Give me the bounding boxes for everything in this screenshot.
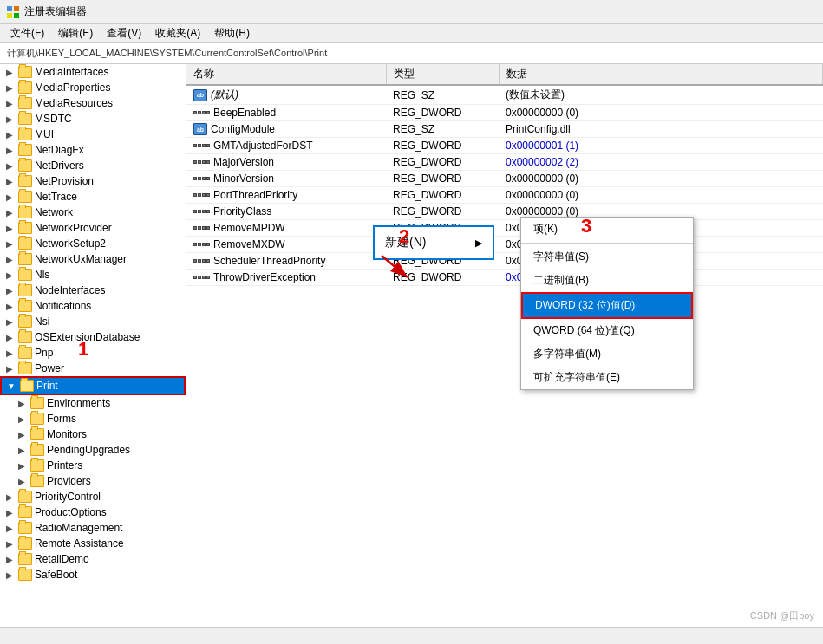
submenu-item-dword[interactable]: DWORD (32 位)值(D) xyxy=(521,292,693,319)
tree-item-providers[interactable]: ▶ Providers xyxy=(0,473,186,489)
menu-edit[interactable]: 编辑(E) xyxy=(51,24,100,42)
tree-item-nodeinterfaces[interactable]: ▶ NodeInterfaces xyxy=(0,283,186,298)
reg-name-label: ConfigModule xyxy=(211,123,275,135)
expand-arrow: ▶ xyxy=(3,253,16,265)
tree-item-environments[interactable]: ▶ Environments xyxy=(0,395,186,411)
tree-item-nls[interactable]: ▶ Nls xyxy=(0,267,186,283)
tree-item-prioritycontrol[interactable]: ▶ PriorityControl xyxy=(0,489,186,504)
expand-arrow: ▶ xyxy=(3,522,16,534)
tree-item-mui[interactable]: ▶ MUI xyxy=(0,127,186,142)
tree-label: Pnp xyxy=(35,347,186,359)
col-type[interactable]: 类型 xyxy=(386,64,499,85)
tree-item-network[interactable]: ▶ Network xyxy=(0,205,186,220)
tree-item-radiomanagement[interactable]: ▶ RadioManagement xyxy=(0,520,186,536)
submenu-item-key[interactable]: 项(K) xyxy=(521,218,693,241)
folder-icon xyxy=(18,347,32,359)
tree-label: Environments xyxy=(47,397,186,409)
tree-item-print[interactable]: ▼ Print xyxy=(0,376,186,395)
expand-arrow: ▶ xyxy=(16,428,28,440)
reg-name-label: GMTAdjustedForDST xyxy=(213,140,312,152)
tree-item-netdiagfx[interactable]: ▶ NetDiagFx xyxy=(0,142,186,158)
table-row[interactable]: RemoveMPDWREG_DWORD0x00000000 (0) xyxy=(186,220,823,237)
submenu-label: 多字符串值(M) xyxy=(533,348,601,360)
submenu-item-binary[interactable]: 二进制值(B) xyxy=(521,269,693,292)
table-row[interactable]: MinorVersionREG_DWORD0x00000000 (0) xyxy=(186,171,823,187)
tree-item-networkprovider[interactable]: ▶ NetworkProvider xyxy=(0,220,186,236)
submenu-label: 二进制值(B) xyxy=(533,274,589,286)
dword-value-icon xyxy=(193,243,210,246)
submenu-item-expandstring[interactable]: 可扩充字符串值(E) xyxy=(521,366,693,389)
cell-type: REG_DWORD xyxy=(386,171,499,187)
tree-item-msdtc[interactable]: ▶ MSDTC xyxy=(0,111,186,127)
table-row[interactable]: SchedulerThreadPriorityREG_DWORD0x000000… xyxy=(186,253,823,270)
table-row[interactable]: RemoveMXDWREG_DWORD0x00000000 (0) xyxy=(186,237,823,253)
submenu-item-qword[interactable]: QWORD (64 位)值(Q) xyxy=(521,319,693,342)
submenu-item-string[interactable]: 字符串值(S) xyxy=(521,245,693,269)
folder-icon xyxy=(18,300,32,312)
table-row[interactable]: MajorVersionREG_DWORD0x00000002 (2) xyxy=(186,154,823,171)
table-row[interactable]: GMTAdjustedForDSTREG_DWORD0x00000001 (1) xyxy=(186,138,823,154)
tree-label: MediaProperties xyxy=(35,81,186,94)
expand-arrow: ▶ xyxy=(3,113,16,125)
menu-favorites[interactable]: 收藏夹(A) xyxy=(148,24,207,42)
cell-data: PrintConfig.dll xyxy=(499,121,823,138)
arrow-to-new-button xyxy=(364,247,425,299)
cell-data: (数值未设置) xyxy=(499,85,823,105)
tree-item-netprovision[interactable]: ▶ NetProvision xyxy=(0,173,186,189)
tree-label: MediaInterfaces xyxy=(35,66,186,78)
table-row[interactable]: PortThreadPriorityREG_DWORD0x00000000 (0… xyxy=(186,187,823,204)
submenu-label: QWORD (64 位)值(Q) xyxy=(533,324,635,336)
table-row[interactable]: abConfigModuleREG_SZPrintConfig.dll xyxy=(186,121,823,138)
dword-value-icon xyxy=(193,160,210,164)
tree-item-printers[interactable]: ▶ Printers xyxy=(0,458,186,473)
tree-item-media-interfaces[interactable]: ▶ MediaInterfaces xyxy=(0,64,186,80)
tree-item-productoptions[interactable]: ▶ ProductOptions xyxy=(0,504,186,520)
tree-item-networkuxmanager[interactable]: ▶ NetworkUxManager xyxy=(0,251,186,267)
new-button-arrow: ▶ xyxy=(475,237,482,249)
table-row[interactable]: BeepEnabledREG_DWORD0x00000000 (0) xyxy=(186,105,823,121)
folder-icon xyxy=(18,222,32,234)
svg-rect-0 xyxy=(7,6,12,11)
tree-item-networksetup2[interactable]: ▶ NetworkSetup2 xyxy=(0,236,186,251)
table-row[interactable]: PriorityClassREG_DWORD0x00000000 (0) xyxy=(186,204,823,220)
tree-item-pnp[interactable]: ▶ Pnp xyxy=(0,345,186,361)
folder-icon xyxy=(18,66,32,78)
menu-bar: 文件(F) 编辑(E) 查看(V) 收藏夹(A) 帮助(H) xyxy=(0,24,823,43)
tree-item-retaildemo[interactable]: ▶ RetailDemo xyxy=(0,551,186,567)
tree-item-osextdatabase[interactable]: ▶ OSExtensionDatabase xyxy=(0,329,186,345)
tree-item-remote-assistance[interactable]: ▶ Remote Assistance xyxy=(0,536,186,551)
table-row[interactable]: ThrowDriverExceptionREG_DWORD0x00000001 … xyxy=(186,270,823,286)
col-name[interactable]: 名称 xyxy=(186,64,386,85)
tree-item-media-properties[interactable]: ▶ MediaProperties xyxy=(0,80,186,95)
tree-label: Monitors xyxy=(47,428,186,440)
menu-view[interactable]: 查看(V) xyxy=(100,24,148,42)
tree-item-nettrace[interactable]: ▶ NetTrace xyxy=(0,189,186,205)
col-data[interactable]: 数据 xyxy=(499,64,823,85)
string-value-icon: ab xyxy=(193,123,207,135)
expand-arrow: ▶ xyxy=(3,300,16,312)
tree-item-safeboot[interactable]: ▶ SafeBoot xyxy=(0,567,186,582)
tree-label: NetworkUxManager xyxy=(35,253,186,265)
tree-item-media-resources[interactable]: ▶ MediaResources xyxy=(0,95,186,111)
submenu-item-multistring[interactable]: 多字符串值(M) xyxy=(521,342,693,366)
tree-item-netdrivers[interactable]: ▶ NetDrivers xyxy=(0,158,186,173)
table-row[interactable]: ab(默认)REG_SZ(数值未设置) xyxy=(186,85,823,105)
tree-label: Printers xyxy=(47,459,186,472)
submenu-label: DWORD (32 位)值(D) xyxy=(535,299,635,311)
tree-item-notifications[interactable]: ▶ Notifications xyxy=(0,298,186,314)
menu-help[interactable]: 帮助(H) xyxy=(207,24,257,42)
cell-data: 0x00000001 (1) xyxy=(499,138,823,154)
tree-item-power[interactable]: ▶ Power xyxy=(0,361,186,376)
folder-icon xyxy=(18,128,32,140)
tree-label: SafeBoot xyxy=(35,569,186,581)
tree-item-nsi[interactable]: ▶ Nsi xyxy=(0,314,186,329)
tree-item-monitors[interactable]: ▶ Monitors xyxy=(0,426,186,442)
tree-label: NetDrivers xyxy=(35,159,186,172)
tree-item-forms[interactable]: ▶ Forms xyxy=(0,411,186,426)
tree-item-pendingupgrades[interactable]: ▶ PendingUpgrades xyxy=(0,442,186,458)
expand-arrow: ▶ xyxy=(3,128,16,140)
cell-data: 0x00000000 (0) xyxy=(499,187,823,204)
expand-arrow: ▶ xyxy=(3,491,16,503)
dword-value-icon xyxy=(193,111,210,114)
menu-file[interactable]: 文件(F) xyxy=(3,24,51,42)
